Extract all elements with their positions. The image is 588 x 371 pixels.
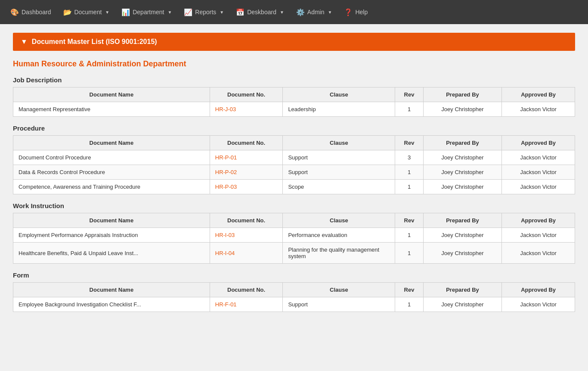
deskboard-icon: 📅 — [236, 8, 244, 16]
cell-name-0-0: Management Representative — [13, 102, 210, 117]
cell-rev-1-1: 1 — [395, 165, 423, 180]
cell-appby-3-0: Jackson Victor — [502, 297, 575, 312]
nav-dashboard-label: Dashboard — [22, 9, 51, 16]
cell-appby-2-0: Jackson Victor — [502, 228, 575, 243]
cell-name-3-0: Employee Background Investigation Checkl… — [13, 297, 210, 312]
cell-docno-1-0: HR-P-01 — [210, 150, 283, 165]
table-row: Data & Records Control ProcedureHR-P-02S… — [13, 165, 575, 180]
section-table-1: Document NameDocument No.ClauseRevPrepar… — [13, 135, 575, 194]
nav-reports-label: Reports — [195, 9, 216, 16]
table-row: Document Control ProcedureHR-P-01Support… — [13, 150, 575, 165]
table-row: Competence, Awareness and Training Proce… — [13, 180, 575, 194]
col-header-2-4: Prepared By — [423, 213, 502, 228]
col-header-1-0: Document Name — [13, 136, 210, 150]
cell-clause-3-0: Support — [283, 297, 395, 312]
cell-rev-2-0: 1 — [395, 228, 423, 243]
cell-docno-1-2: HR-P-03 — [210, 180, 283, 194]
cell-rev-1-0: 3 — [395, 150, 423, 165]
table-row: Employment Performance Appraisals Instru… — [13, 228, 575, 243]
cell-name-2-1: Healthcare Benefits, Paid & Unpaid Leave… — [13, 243, 210, 264]
nav-department-label: Department — [133, 9, 164, 16]
col-header-1-3: Rev — [395, 136, 423, 150]
cell-docno-1-1: HR-P-02 — [210, 165, 283, 180]
col-header-3-5: Approved By — [502, 283, 575, 297]
cell-name-1-0: Document Control Procedure — [13, 150, 210, 165]
nav-admin-label: Admin — [307, 9, 325, 16]
cell-prepby-3-0: Joey Christopher — [423, 297, 502, 312]
admin-icon: ⚙️ — [296, 8, 305, 16]
document-icon: 📂 — [63, 8, 72, 16]
collapse-icon[interactable]: ▼ — [21, 38, 28, 46]
col-header-1-4: Prepared By — [423, 136, 502, 150]
col-header-0-4: Prepared By — [423, 87, 502, 102]
col-header-0-5: Approved By — [502, 87, 575, 102]
col-header-0-0: Document Name — [13, 87, 210, 102]
table-row: Management RepresentativeHR-J-03Leadersh… — [13, 102, 575, 117]
nav-help[interactable]: ❓ Help — [338, 0, 374, 24]
admin-dropdown-arrow: ▼ — [328, 10, 332, 15]
cell-prepby-2-1: Joey Christopher — [423, 243, 502, 264]
document-dropdown-arrow: ▼ — [105, 10, 109, 15]
col-header-2-2: Clause — [283, 213, 395, 228]
nav-document[interactable]: 📂 Document ▼ — [57, 0, 116, 24]
col-header-2-0: Document Name — [13, 213, 210, 228]
cell-clause-1-1: Support — [283, 165, 395, 180]
nav-department[interactable]: 📊 Department ▼ — [115, 0, 178, 24]
department-heading: Human Resource & Administration Departme… — [13, 59, 575, 69]
help-icon: ❓ — [344, 8, 353, 16]
col-header-2-3: Rev — [395, 213, 423, 228]
section-table-0: Document NameDocument No.ClauseRevPrepar… — [13, 87, 575, 117]
reports-dropdown-arrow: ▼ — [220, 10, 224, 15]
nav-dashboard[interactable]: 🎨 Dashboard — [4, 0, 57, 24]
col-header-0-3: Rev — [395, 87, 423, 102]
table-row: Employee Background Investigation Checkl… — [13, 297, 575, 312]
cell-clause-1-2: Scope — [283, 180, 395, 194]
section-table-2: Document NameDocument No.ClauseRevPrepar… — [13, 213, 575, 264]
cell-clause-1-0: Support — [283, 150, 395, 165]
nav-reports[interactable]: 📈 Reports ▼ — [178, 0, 230, 24]
cell-appby-1-1: Jackson Victor — [502, 165, 575, 180]
cell-docno-2-1: HR-I-04 — [210, 243, 283, 264]
col-header-0-1: Document No. — [210, 87, 283, 102]
col-header-3-0: Document Name — [13, 283, 210, 297]
nav-document-label: Document — [74, 9, 102, 16]
section-table-3: Document NameDocument No.ClauseRevPrepar… — [13, 282, 575, 312]
dashboard-icon: 🎨 — [10, 8, 19, 16]
cell-clause-2-0: Performance evaluation — [283, 228, 395, 243]
col-header-2-1: Document No. — [210, 213, 283, 228]
section-title-3: Form — [13, 271, 575, 279]
cell-prepby-1-0: Joey Christopher — [423, 150, 502, 165]
department-dropdown-arrow: ▼ — [167, 10, 172, 15]
nav-help-label: Help — [355, 9, 368, 16]
navbar: 🎨 Dashboard 📂 Document ▼ 📊 Department ▼ … — [0, 0, 588, 24]
cell-prepby-2-0: Joey Christopher — [423, 228, 502, 243]
nav-deskboard[interactable]: 📅 Deskboard ▼ — [230, 0, 290, 24]
cell-docno-2-0: HR-I-03 — [210, 228, 283, 243]
cell-docno-0-0: HR-J-03 — [210, 102, 283, 117]
nav-deskboard-label: Deskboard — [247, 9, 276, 16]
section-title-2: Work Instruction — [13, 202, 575, 209]
cell-clause-2-1: Planning for the quality management syst… — [283, 243, 395, 264]
cell-prepby-1-2: Joey Christopher — [423, 180, 502, 194]
col-header-1-1: Document No. — [210, 136, 283, 150]
col-header-1-2: Clause — [283, 136, 395, 150]
nav-admin[interactable]: ⚙️ Admin ▼ — [290, 0, 338, 24]
section-title-0: Job Description — [13, 76, 575, 84]
col-header-1-5: Approved By — [502, 136, 575, 150]
cell-rev-1-2: 1 — [395, 180, 423, 194]
col-header-0-2: Clause — [283, 87, 395, 102]
main-content: ▼ Document Master List (ISO 9001:2015) H… — [0, 24, 588, 371]
header-title: Document Master List (ISO 9001:2015) — [32, 38, 157, 46]
cell-appby-2-1: Jackson Victor — [502, 243, 575, 264]
table-row: Healthcare Benefits, Paid & Unpaid Leave… — [13, 243, 575, 264]
cell-docno-3-0: HR-F-01 — [210, 297, 283, 312]
col-header-2-5: Approved By — [502, 213, 575, 228]
cell-clause-0-0: Leadership — [283, 102, 395, 117]
cell-rev-3-0: 1 — [395, 297, 423, 312]
header-bar: ▼ Document Master List (ISO 9001:2015) — [13, 33, 575, 51]
department-icon: 📊 — [121, 8, 130, 16]
cell-name-1-2: Competence, Awareness and Training Proce… — [13, 180, 210, 194]
sections-container: Job DescriptionDocument NameDocument No.… — [13, 76, 575, 312]
cell-appby-1-0: Jackson Victor — [502, 150, 575, 165]
cell-prepby-0-0: Joey Christopher — [423, 102, 502, 117]
